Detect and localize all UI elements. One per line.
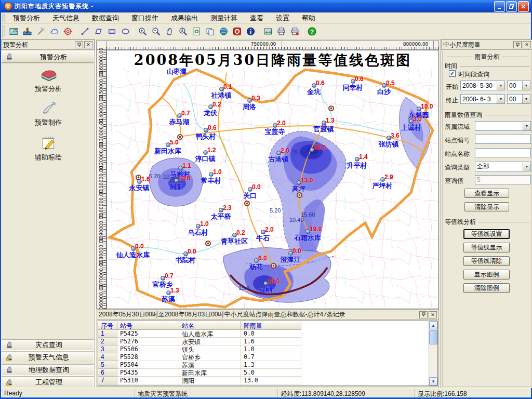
menu-item-7[interactable]: 设置 [270,12,296,24]
data-grid[interactable]: 序号站号站名降雨量 1P5425仙人造水库0.02P5276永安镇1.63P55… [98,321,438,386]
start-hour-combo[interactable]: 00▼ [507,81,530,90]
line-tool-icon[interactable] [78,25,91,38]
town-marker-icon [271,263,276,269]
menu-item-3[interactable]: 窗口操作 [125,12,165,24]
scroll-thumb[interactable] [429,330,437,344]
menu-grip[interactable] [2,14,5,22]
zoom-out-icon[interactable] [149,25,163,38]
sidebar-item-预警制作[interactable]: 预警制作 [1,99,96,127]
minimize-button[interactable] [494,1,505,12]
menu-item-4[interactable]: 成果输出 [165,12,204,24]
zoom-window-icon[interactable] [176,25,190,38]
table-row[interactable]: 7P5310洞阳13.0 [98,377,301,384]
station-rainfall-value: 0.6 [208,124,217,131]
start-date-combo[interactable]: 2008- 5-30▼ [460,81,505,90]
field-label-查询值: 查询值 [445,177,463,185]
sidebar-bar-灾点查询[interactable]: 灾点查询 [2,339,94,351]
image-export-icon[interactable] [261,25,274,38]
stop-icon[interactable] [230,25,244,38]
close-icon[interactable]: ✕ [84,41,92,48]
sidebar-item-辅助标绘[interactable]: 辅助标绘 [1,134,96,162]
menu-item-2[interactable]: 数据查询 [86,12,125,24]
menu-item-5[interactable]: 测量计算 [204,12,244,24]
table-row[interactable]: 3P5506镇头1.0 [98,345,301,353]
field-combo-所属流域[interactable]: ▼ [475,121,531,131]
scroll-down-icon[interactable]: ▼ [429,377,437,385]
pin-icon[interactable] [75,41,83,48]
pin-icon[interactable] [419,311,428,318]
timespan-checkbox[interactable]: ✓ [449,70,456,77]
table-scrollbar[interactable]: ▲ ▼ [429,321,437,385]
menu-item-1[interactable]: 天气信息 [46,12,86,24]
refresh-icon[interactable] [190,25,203,38]
end-date-combo[interactable]: 2008- 6- 3▼ [460,94,505,104]
menu-item-0[interactable]: 预警分析 [7,12,46,24]
close-button[interactable] [518,1,529,12]
contour-button-等值线设置[interactable]: 等值线设置 [463,229,510,239]
field-combo-查询类型[interactable]: 全部▼ [475,162,531,171]
table-cell: P5310 [117,377,179,384]
map-canvas[interactable]: 2008年05月30日降雨量等值线色斑图 15.605.2010.405.201… [107,50,439,309]
table-row[interactable]: 2P5276永安镇1.6 [98,338,301,345]
contour-button-显示图例[interactable]: 显示图例 [463,270,510,280]
scroll-up-icon[interactable]: ▲ [429,321,437,329]
end-hour-combo[interactable]: 00▼ [507,94,530,104]
contour-button-等值线清除[interactable]: 等值线清除 [463,256,510,266]
table-header-站名[interactable]: 站名 [179,321,241,330]
contour-button-清除图例[interactable]: 清除图例 [463,283,510,293]
table-header-站号[interactable]: 站号 [117,321,179,330]
field-label-站点名称: 站点名称 [445,150,470,158]
polygon-tool-icon[interactable] [91,25,105,38]
ellipse-tool-icon[interactable] [118,25,132,38]
table-row[interactable]: 1P5425仙人造水库0.0 [98,330,301,338]
sidebar-item-预警分析[interactable]: 预警分析 [1,65,96,94]
bottom-table-panel: 2008年05月30日00时至2008年06月03日00时中小尺度站点降雨量总和… [97,309,439,387]
table-row[interactable]: 4P5528官桥乡0.7 [98,353,301,361]
station-name-label: 关口 [243,191,257,201]
sidebar-item-label: 辅助标绘 [1,153,96,162]
help-icon[interactable]: ? [305,25,318,38]
table-cell: 镇头 [179,345,241,353]
sidebar-bar-预警天气信息[interactable]: 预警天气信息 [2,352,94,363]
target-icon[interactable] [61,25,74,38]
restore-button[interactable] [506,1,517,12]
station-rainfall-value: 0.6 [316,79,325,87]
map-region: 750000.00800000.00 3160000.003150000.003… [96,39,439,309]
print-icon[interactable] [274,25,288,38]
satellite-map-icon[interactable] [7,25,20,38]
clear-display-button[interactable]: 清除显示 [464,202,509,211]
menu-item-8[interactable]: 帮助 [296,12,322,24]
cloud-icon[interactable] [47,25,61,38]
field-input-站点名称[interactable] [475,148,531,157]
toolbar-grip[interactable] [2,25,5,37]
chevron-down-icon: ▼ [522,81,530,90]
table-header-降雨量[interactable]: 降雨量 [241,321,301,330]
sidebar-bar-工程管理[interactable]: 工程管理 [2,377,94,388]
print-setup-icon[interactable] [288,25,301,38]
field-label-站点编号: 站点编号 [445,136,470,145]
table-row[interactable]: 5P5504苏溪1.3 [98,361,301,369]
close-icon[interactable]: ✕ [523,41,531,48]
field-input-站点编号[interactable] [475,135,531,144]
info-icon[interactable] [244,25,257,38]
rectangle-tool-icon[interactable] [105,25,118,38]
globe-icon[interactable] [217,25,230,38]
contour-button-等值线显示[interactable]: 等值线显示 [463,243,510,252]
table-header-序号[interactable]: 序号 [98,321,117,330]
sidebar-bar-地理数据查询[interactable]: 地理数据查询 [2,364,94,376]
table-row[interactable]: 8P5317马鞍村1.1 [98,384,301,386]
menu-item-6[interactable]: 查看 [244,12,270,24]
view-display-button[interactable]: 查看显示 [464,189,509,198]
left-panel-group-bar[interactable]: 预警分析 [2,51,94,63]
pan-hand-icon[interactable] [163,25,176,38]
pin-icon[interactable] [513,41,522,48]
pick-tool-icon[interactable] [34,25,47,38]
water-gauge-icon[interactable] [20,25,34,38]
bottom-panel-titlebar: 2008年05月30日00时至2008年06月03日00时中小尺度站点降雨量总和… [97,310,438,320]
close-icon[interactable]: ✕ [429,311,437,318]
copy-icon[interactable] [203,25,217,38]
station-rainfall-value: 13.0 [178,175,190,182]
table-row[interactable]: 6P5435新田水库5.0 [98,369,301,377]
table-cell: 仙人造水库 [179,330,241,338]
zoom-in-icon[interactable] [136,25,149,38]
